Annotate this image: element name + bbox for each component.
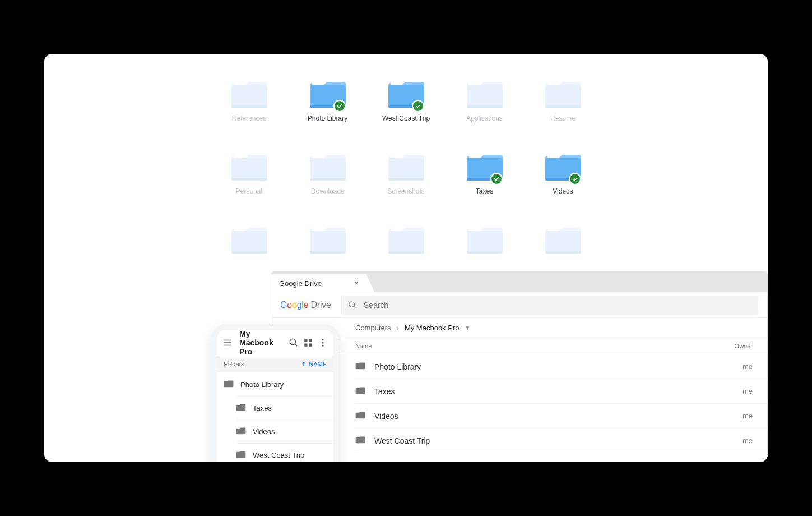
svg-rect-0 — [231, 85, 267, 108]
menu-icon[interactable] — [222, 338, 233, 348]
folder-icon — [236, 427, 246, 436]
sync-check-icon — [569, 173, 581, 185]
phone-subheader: Folders NAME — [217, 356, 333, 372]
svg-rect-10 — [231, 158, 267, 181]
list-item-label: Videos — [253, 427, 275, 436]
more-icon[interactable] — [318, 338, 328, 348]
folder-icon — [355, 362, 366, 371]
desktop-folder[interactable]: Downloads — [289, 151, 367, 224]
table-row[interactable]: Taxes me — [355, 379, 767, 404]
grid-view-icon[interactable] — [303, 338, 313, 348]
search-icon — [348, 301, 357, 310]
list-item-label: Taxes — [253, 404, 272, 412]
desktop-folder[interactable]: Resume — [524, 79, 602, 151]
sort-button[interactable]: NAME — [301, 361, 327, 367]
folder-label: Screenshots — [387, 187, 425, 195]
file-list: Photo Library me Taxes me Videos me West… — [271, 354, 767, 453]
desktop-folder[interactable]: Screenshots — [367, 151, 446, 224]
row-name: West Coast Trip — [374, 436, 713, 445]
row-owner: me — [713, 387, 753, 395]
row-owner: me — [713, 412, 753, 420]
table-row[interactable]: West Coast Trip me — [355, 429, 767, 453]
search-input[interactable]: Search — [341, 296, 758, 315]
google-drive-logo: GoogleDrive — [280, 300, 331, 310]
svg-rect-14 — [388, 158, 424, 181]
svg-rect-29 — [545, 251, 581, 254]
svg-rect-25 — [388, 251, 424, 254]
list-item[interactable]: Videos — [236, 420, 333, 443]
desktop-folder[interactable]: Photo Library — [289, 79, 367, 151]
svg-rect-23 — [310, 251, 346, 254]
row-name: Taxes — [374, 387, 713, 396]
svg-rect-38 — [309, 339, 312, 342]
svg-rect-21 — [231, 251, 267, 254]
table-row[interactable]: Videos me — [355, 404, 767, 429]
svg-rect-1 — [231, 105, 267, 108]
svg-rect-8 — [545, 85, 581, 108]
folder-label: Personal — [236, 187, 262, 195]
browser-window: Google Drive × GoogleDrive Search Comput… — [271, 271, 768, 462]
svg-rect-40 — [309, 344, 312, 347]
table-header: Name Owner — [271, 338, 767, 354]
svg-rect-9 — [545, 105, 581, 108]
svg-point-41 — [322, 339, 324, 340]
browser-toolbar: GoogleDrive Search — [271, 292, 767, 318]
folder-icon — [355, 436, 366, 445]
svg-rect-39 — [304, 344, 307, 347]
svg-rect-28 — [545, 231, 581, 254]
desktop-folder-grid: References Photo Library West Coast Trip… — [210, 79, 602, 297]
desktop-folder[interactable]: Personal — [210, 151, 289, 224]
folder-label: Taxes — [476, 187, 493, 195]
list-item-label: West Coast Trip — [253, 451, 304, 459]
phone-file-list: Photo LibraryTaxesVideosWest Coast Trip — [217, 372, 333, 462]
svg-rect-11 — [231, 178, 267, 181]
browser-tab[interactable]: Google Drive × — [271, 274, 366, 292]
sort-label: NAME — [309, 361, 327, 367]
svg-rect-24 — [388, 231, 424, 254]
breadcrumb-root[interactable]: Computers — [355, 324, 391, 332]
svg-rect-20 — [231, 231, 267, 254]
row-name: Photo Library — [374, 362, 713, 371]
svg-rect-37 — [304, 339, 307, 342]
arrow-up-icon — [301, 361, 307, 367]
chevron-down-icon[interactable]: ▼ — [465, 325, 470, 331]
folder-label: Applications — [466, 114, 503, 122]
search-icon[interactable] — [289, 338, 299, 348]
column-owner[interactable]: Owner — [713, 343, 753, 349]
svg-rect-12 — [310, 158, 346, 181]
desktop-folder[interactable]: Videos — [524, 151, 602, 224]
close-icon[interactable]: × — [354, 279, 359, 287]
table-row[interactable]: Photo Library me — [355, 354, 767, 379]
folder-label: Photo Library — [308, 114, 347, 122]
list-item[interactable]: West Coast Trip — [236, 443, 333, 462]
breadcrumb-current[interactable]: My Macbook Pro — [405, 324, 460, 332]
svg-rect-6 — [467, 85, 503, 108]
phone-mockup: My Macbook Pro Folders NAME Photo Librar… — [211, 324, 339, 462]
phone-title: My Macbook Pro — [239, 329, 284, 356]
row-owner: me — [713, 436, 753, 445]
browser-tab-title: Google Drive — [279, 279, 322, 288]
chevron-right-icon: › — [397, 324, 399, 332]
folder-label: West Coast Trip — [382, 114, 430, 122]
breadcrumb: Computers › My Macbook Pro ▼ — [271, 318, 767, 338]
list-item-label: Photo Library — [240, 380, 284, 389]
svg-point-30 — [349, 302, 354, 307]
desktop-folder[interactable]: Applications — [446, 79, 524, 151]
list-item[interactable]: Taxes — [236, 396, 333, 420]
folder-label: Resume — [550, 114, 576, 122]
svg-line-36 — [295, 344, 297, 346]
sync-check-icon — [412, 100, 424, 112]
sync-check-icon — [490, 173, 503, 185]
folder-icon — [236, 450, 246, 460]
svg-rect-13 — [310, 178, 346, 181]
desktop-folder[interactable]: References — [210, 79, 289, 151]
desktop-folder[interactable]: Taxes — [446, 151, 524, 224]
row-name: Videos — [374, 412, 713, 421]
phone-section-label: Folders — [224, 361, 244, 367]
column-name[interactable]: Name — [355, 343, 713, 349]
desktop-folder[interactable]: West Coast Trip — [367, 79, 446, 151]
svg-rect-22 — [310, 231, 346, 254]
folder-icon — [236, 403, 246, 413]
row-owner: me — [713, 362, 753, 371]
list-item[interactable]: Photo Library — [217, 372, 333, 396]
